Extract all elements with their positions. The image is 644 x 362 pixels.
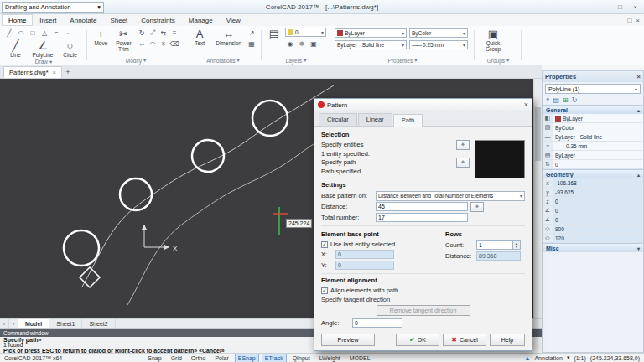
- stretch-icon[interactable]: ↔: [137, 39, 147, 49]
- row-count-input[interactable]: [476, 240, 513, 250]
- canvas-vertical-scrollbar[interactable]: [533, 79, 542, 318]
- geometry-row[interactable]: y-93.625: [543, 188, 643, 197]
- property-row-thickness[interactable]: ⇅0: [543, 160, 643, 169]
- tab-manage[interactable]: Manage: [182, 14, 220, 26]
- scale-icon[interactable]: ⤢: [148, 28, 158, 38]
- layer-select[interactable]: 0▾: [285, 28, 326, 37]
- property-row-layer[interactable]: ▤ByLayer: [543, 151, 643, 160]
- draw-group-label[interactable]: Draw▾: [4, 59, 83, 65]
- toggle-model[interactable]: MODEL: [346, 354, 374, 362]
- tab-sheet[interactable]: Sheet: [103, 14, 134, 26]
- distance-pick-button[interactable]: ⌖: [470, 202, 484, 212]
- row-distance-input[interactable]: [476, 251, 521, 261]
- erase-icon[interactable]: ⌫: [169, 39, 179, 49]
- arc-tool-icon[interactable]: ◠: [16, 28, 26, 38]
- minimize-icon[interactable]: –: [598, 2, 612, 13]
- layer-lock-icon[interactable]: ▣: [309, 39, 319, 49]
- ok-button[interactable]: ✔OK: [396, 334, 439, 346]
- fillet-icon[interactable]: ◠: [148, 39, 158, 49]
- linestyle-select[interactable]: ByLayer Solid line▾: [335, 40, 407, 49]
- properties-group-label[interactable]: Properties▾: [335, 56, 470, 65]
- add-selection-icon[interactable]: ⊞: [563, 96, 569, 104]
- plotstyle-select[interactable]: ByColor▾: [409, 28, 468, 38]
- scrollbar-thumb[interactable]: [535, 107, 541, 161]
- tab-model[interactable]: Model: [18, 319, 49, 328]
- move-button[interactable]: +Move: [91, 28, 111, 47]
- mirror-icon[interactable]: ⇆: [158, 28, 169, 38]
- polygon-tool-icon[interactable]: △: [39, 28, 49, 38]
- toggle-etrack[interactable]: ETrack: [262, 354, 287, 362]
- property-row-color[interactable]: ◧ByLayer: [543, 114, 643, 123]
- specify-entities-button[interactable]: ⌖: [456, 140, 470, 150]
- scale-indicator[interactable]: (1:1): [574, 355, 585, 361]
- rectangle-tool-icon[interactable]: □: [28, 28, 38, 38]
- geometry-row[interactable]: x-106.368: [543, 178, 643, 188]
- document-tab[interactable]: Patterns.dwg* ×: [3, 66, 62, 78]
- workspace-selector[interactable]: Drafting and Annotation ▾: [2, 2, 104, 13]
- tab-view[interactable]: View: [220, 14, 247, 26]
- annotation-control[interactable]: Annotation: [534, 355, 562, 361]
- polyline-button[interactable]: ∠PolyLine: [29, 39, 57, 59]
- geometry-row[interactable]: ∠0: [543, 215, 643, 225]
- tab-sheet2[interactable]: Sheet2: [82, 319, 115, 328]
- rotate-icon[interactable]: ↻: [137, 28, 147, 38]
- toggle-polar[interactable]: Polar: [211, 354, 231, 362]
- cancel-button[interactable]: ✖Cancel: [443, 334, 486, 346]
- document-close-icon[interactable]: ×: [53, 70, 56, 75]
- geometry-section-header[interactable]: Geometry▴: [543, 169, 643, 178]
- entity-type-selector[interactable]: PolyLine (1) ▾: [545, 84, 641, 94]
- preview-button[interactable]: Preview: [321, 334, 375, 346]
- total-number-input[interactable]: [376, 213, 468, 222]
- toggle-lweight[interactable]: LWeight: [316, 354, 344, 362]
- leader-icon[interactable]: ↗: [247, 28, 257, 38]
- x-input[interactable]: [335, 250, 394, 259]
- maximize-icon[interactable]: □: [613, 2, 627, 13]
- sheet-nav-prev-icon[interactable]: ‹: [0, 319, 9, 328]
- doc-restore-icon[interactable]: □: [627, 17, 631, 24]
- layers-group-label[interactable]: Layers▾: [266, 56, 326, 65]
- toggle-grid[interactable]: Grid: [168, 354, 185, 362]
- toggle-ortho[interactable]: Ortho: [188, 354, 210, 362]
- circle-button[interactable]: ○Circle: [59, 39, 81, 59]
- remove-tangent-button[interactable]: Remove tangent direction: [377, 305, 470, 316]
- panel-header[interactable]: Properties ×: [543, 71, 643, 82]
- y-input[interactable]: [335, 261, 394, 270]
- property-row-linestyle[interactable]: —ByLayer Solid line: [543, 132, 643, 142]
- general-section-header[interactable]: General▴: [543, 105, 643, 114]
- annotations-group-label[interactable]: Annotations▾: [189, 56, 257, 65]
- sheet-nav-next-icon[interactable]: ›: [9, 319, 18, 328]
- quick-select-icon[interactable]: ▤: [553, 96, 560, 104]
- layer-on-icon[interactable]: ◉: [285, 39, 295, 49]
- annotation-caret-icon[interactable]: ▾: [567, 354, 570, 361]
- modify-group-label[interactable]: Modify▾: [91, 56, 180, 65]
- tab-annotate[interactable]: Annotate: [63, 14, 103, 26]
- power-trim-button[interactable]: ✂Power Trim: [113, 28, 134, 52]
- align-elements-checkbox[interactable]: ✓: [321, 287, 328, 294]
- specify-path-button[interactable]: ⌖: [456, 158, 470, 168]
- select-entities-icon[interactable]: ⌖: [546, 96, 550, 104]
- tab-path[interactable]: Path: [393, 114, 423, 127]
- groups-group-label[interactable]: Groups▾: [479, 56, 517, 65]
- geometry-row[interactable]: ∠0: [543, 206, 643, 215]
- toggle-qinput[interactable]: QInput: [289, 354, 314, 362]
- doc-close-icon[interactable]: ×: [636, 17, 640, 24]
- tab-sheet1[interactable]: Sheet1: [49, 319, 82, 328]
- close-icon[interactable]: ×: [628, 2, 642, 13]
- refresh-icon[interactable]: ↻: [572, 96, 578, 104]
- toggle-esnap[interactable]: ESnap: [235, 354, 259, 362]
- panel-close-icon[interactable]: ×: [636, 73, 641, 80]
- point-tool-icon[interactable]: ·: [63, 28, 73, 38]
- dialog-titlebar[interactable]: Pattern ×: [314, 99, 532, 111]
- table-icon[interactable]: ▦: [247, 39, 257, 49]
- tab-linear[interactable]: Linear: [358, 113, 392, 126]
- base-pattern-select[interactable]: Distance Between and Total Number of Ele…: [376, 191, 525, 201]
- new-document-button[interactable]: +: [62, 66, 74, 78]
- dimension-button[interactable]: ↔Dimension: [213, 28, 244, 47]
- text-button[interactable]: AText: [189, 28, 210, 47]
- use-last-checkbox[interactable]: ✓: [321, 241, 328, 248]
- toggle-snap[interactable]: Snap: [144, 354, 164, 362]
- lineweight-select[interactable]: ——0.25 mm▾: [409, 40, 468, 49]
- color-select[interactable]: ByLayer▾: [335, 28, 407, 38]
- layers-manager-button[interactable]: ▤: [266, 28, 283, 40]
- explode-icon[interactable]: ✳: [158, 39, 169, 49]
